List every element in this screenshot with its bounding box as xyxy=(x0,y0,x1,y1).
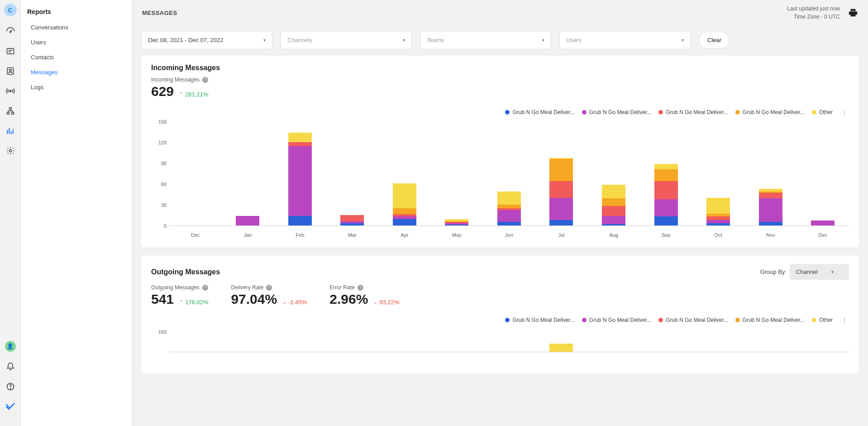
channels-dropdown[interactable]: Channels ▾ xyxy=(281,31,412,49)
arrow-up-icon: ⌃ xyxy=(179,299,183,305)
settings-icon[interactable] xyxy=(5,146,15,156)
legend-item[interactable]: Other xyxy=(812,109,833,115)
notifications-icon[interactable] xyxy=(5,362,15,372)
broadcast-icon[interactable] xyxy=(5,86,15,96)
help-icon[interactable] xyxy=(5,382,15,392)
sidebar: Reports ConversationsUsersContactsMessag… xyxy=(21,0,132,426)
sidebar-item-users[interactable]: Users xyxy=(21,35,132,50)
bar-stack[interactable] xyxy=(288,133,312,225)
group-by-select[interactable]: Channel ▾ xyxy=(790,264,849,280)
stat-value: 541 xyxy=(151,292,174,307)
info-icon[interactable]: ? xyxy=(358,285,363,291)
sidebar-item-messages[interactable]: Messages xyxy=(21,65,132,80)
legend-item[interactable]: Grub N Go Meal Deliver... xyxy=(735,317,805,323)
x-tick: Dec xyxy=(796,230,849,239)
legend-item[interactable]: Grub N Go Meal Deliver... xyxy=(505,317,574,323)
teams-placeholder: Teams xyxy=(427,37,444,43)
brand-icon[interactable] xyxy=(5,402,15,412)
legend-item[interactable]: Grub N Go Meal Deliver... xyxy=(735,109,805,115)
info-icon[interactable]: ? xyxy=(266,285,272,291)
bar-stack[interactable] xyxy=(759,189,782,225)
info-icon[interactable]: ? xyxy=(202,285,208,291)
bar-segment xyxy=(602,198,625,206)
teams-dropdown[interactable]: Teams ▾ xyxy=(420,31,551,49)
legend-item[interactable]: Grub N Go Meal Deliver... xyxy=(505,109,574,115)
bar-segment xyxy=(549,220,573,225)
dashboard-icon[interactable] xyxy=(5,26,15,36)
bar-segment xyxy=(288,146,312,215)
reports-icon[interactable] xyxy=(5,126,15,136)
stat-value: 97.04% xyxy=(231,292,277,307)
print-icon[interactable] xyxy=(848,8,858,18)
workspace-avatar[interactable]: C xyxy=(4,4,17,16)
bar-segment xyxy=(497,210,521,222)
info-icon[interactable]: ? xyxy=(202,77,208,83)
sidebar-item-conversations[interactable]: Conversations xyxy=(21,20,132,35)
x-tick: Dec xyxy=(169,230,222,239)
bar-segment xyxy=(393,208,416,215)
sidebar-item-contacts[interactable]: Contacts xyxy=(21,50,132,65)
stat-delta: ⌃176.02% xyxy=(179,299,208,306)
sidebar-item-logs[interactable]: Logs xyxy=(21,80,132,95)
legend-label: Other xyxy=(819,109,833,115)
kebab-icon[interactable]: ⋮ xyxy=(840,109,849,115)
legend-item[interactable]: Grub N Go Meal Deliver... xyxy=(658,317,728,323)
icon-rail: C 👤 xyxy=(0,0,21,426)
users-dropdown[interactable]: Users ▾ xyxy=(559,31,691,49)
svg-rect-1 xyxy=(7,48,14,54)
x-tick: Mar xyxy=(326,230,379,239)
bar-stack[interactable] xyxy=(602,185,625,225)
page-title: MESSAGES xyxy=(142,10,177,16)
x-tick: Aug xyxy=(587,230,640,239)
chevron-down-icon: ▾ xyxy=(831,269,834,274)
bar-segment xyxy=(393,219,416,225)
clear-button[interactable]: Clear xyxy=(699,32,730,48)
bar-segment xyxy=(236,216,259,225)
contacts-icon[interactable] xyxy=(5,66,15,76)
bar-segment xyxy=(288,133,312,142)
legend-item[interactable]: Grub N Go Meal Deliver... xyxy=(582,317,651,323)
legend-item[interactable]: Grub N Go Meal Deliver... xyxy=(582,109,651,115)
bar-segment xyxy=(549,181,573,198)
incoming-stat-label: Incoming Messages xyxy=(151,77,200,83)
bar-segment xyxy=(549,159,573,181)
workflow-icon[interactable] xyxy=(5,106,15,116)
date-range-dropdown[interactable]: Dec 08, 2021 - Dec 07, 2022 ▾ xyxy=(141,31,272,49)
bar-stack[interactable] xyxy=(340,215,364,225)
legend-swatch xyxy=(582,318,587,322)
bar-stack[interactable] xyxy=(706,198,730,225)
bar-stack[interactable] xyxy=(393,183,416,226)
arrow-down-icon: ⌄ xyxy=(282,299,286,305)
svg-point-10 xyxy=(10,388,10,389)
chevron-down-icon: ▾ xyxy=(403,38,405,43)
stat-value: 2.96% xyxy=(329,292,368,307)
stat-label: Outgoing Messages xyxy=(151,284,200,291)
outgoing-legend: Grub N Go Meal Deliver...Grub N Go Meal … xyxy=(151,317,849,323)
y-tick: 90 xyxy=(161,161,167,166)
bar-stack[interactable] xyxy=(549,344,573,352)
bar-segment xyxy=(602,185,625,199)
kebab-icon[interactable]: ⋮ xyxy=(840,317,849,323)
bar-segment xyxy=(549,198,573,220)
bar-stack[interactable] xyxy=(497,191,521,225)
bar-segment xyxy=(706,220,730,224)
x-tick: Jan xyxy=(222,230,274,239)
svg-rect-7 xyxy=(11,112,14,114)
bar-stack[interactable] xyxy=(445,219,468,225)
bar-stack[interactable] xyxy=(549,158,573,225)
legend-label: Grub N Go Meal Deliver... xyxy=(589,317,651,323)
bar-segment xyxy=(811,220,835,225)
svg-rect-6 xyxy=(7,112,9,114)
legend-item[interactable]: Grub N Go Meal Deliver... xyxy=(658,109,728,115)
bar-segment xyxy=(497,191,521,205)
bar-segment xyxy=(340,215,364,221)
presence-avatar[interactable]: 👤 xyxy=(5,341,16,352)
legend-item[interactable]: Other xyxy=(812,317,833,323)
svg-point-4 xyxy=(10,90,11,91)
bar-stack[interactable] xyxy=(236,216,259,225)
legend-label: Grub N Go Meal Deliver... xyxy=(512,109,574,115)
x-tick: Feb xyxy=(274,230,326,239)
chat-icon[interactable] xyxy=(5,46,15,56)
bar-stack[interactable] xyxy=(654,164,678,225)
bar-stack[interactable] xyxy=(811,220,835,225)
